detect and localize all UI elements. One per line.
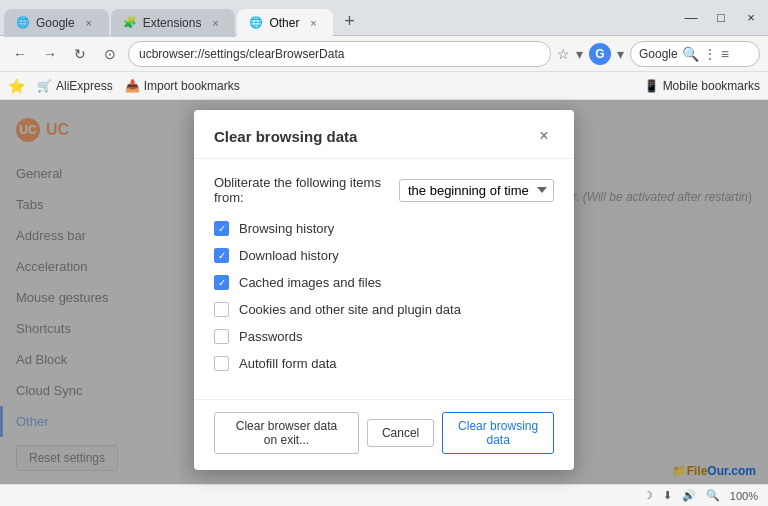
forward-button[interactable]: → — [38, 42, 62, 66]
checkbox-cookies: Cookies and other site and plugin data — [214, 302, 554, 317]
back-icon: ← — [13, 46, 27, 62]
minimize-button[interactable]: — — [678, 5, 704, 31]
checkbox-cached-images: ✓ Cached images and files — [214, 275, 554, 290]
aliexpress-label: AliExpress — [56, 79, 113, 93]
tab-bar: 🌐 Google × 🧩 Extensions × 🌐 Other × + — [4, 0, 670, 35]
tab-google-favicon: 🌐 — [16, 16, 30, 30]
autofill-checkbox[interactable] — [214, 356, 229, 371]
obliterate-label: Obliterate the following items from: — [214, 175, 391, 205]
moon-icon[interactable]: ☽ — [643, 489, 653, 502]
cookies-label: Cookies and other site and plugin data — [239, 302, 461, 317]
profile-dropdown-icon[interactable]: ▾ — [617, 46, 624, 62]
tab-other-close[interactable]: × — [305, 17, 321, 29]
address-text: ucbrowser://settings/clearBrowserData — [139, 47, 344, 61]
modal-title: Clear browsing data — [214, 128, 357, 145]
title-bar: 🌐 Google × 🧩 Extensions × 🌐 Other × + — … — [0, 0, 768, 36]
bookmark-aliexpress[interactable]: 🛒 AliExpress — [37, 79, 113, 93]
tab-extensions-label: Extensions — [143, 16, 202, 30]
search-box[interactable]: Google 🔍 ⋮ ≡ — [630, 41, 760, 67]
download-history-checkbox[interactable]: ✓ — [214, 248, 229, 263]
search-icon[interactable]: 🔍 — [682, 46, 699, 62]
modal-body: Obliterate the following items from: the… — [194, 159, 574, 399]
modal-close-button[interactable]: × — [534, 126, 554, 146]
modal-overlay: Clear browsing data × Obliterate the fol… — [0, 100, 768, 484]
mobile-bookmarks[interactable]: 📱 Mobile bookmarks — [644, 79, 760, 93]
reload-button[interactable]: ↻ — [68, 42, 92, 66]
modal-footer: Clear browser data on exit... Cancel Cle… — [194, 399, 574, 470]
close-button[interactable]: × — [738, 5, 764, 31]
import-icon: 📥 — [125, 79, 140, 93]
checkbox-passwords: Passwords — [214, 329, 554, 344]
tab-extensions[interactable]: 🧩 Extensions × — [111, 9, 236, 37]
reload-icon: ↻ — [74, 46, 86, 62]
tab-google-close[interactable]: × — [81, 17, 97, 29]
cached-images-checkbox[interactable]: ✓ — [214, 275, 229, 290]
tab-google[interactable]: 🌐 Google × — [4, 9, 109, 37]
profile-initial: G — [595, 47, 604, 61]
star-dropdown-icon[interactable]: ▾ — [576, 46, 583, 62]
window-controls: — □ × — [678, 5, 764, 31]
back-button[interactable]: ← — [8, 42, 32, 66]
bookmarks-bar: ⭐ 🛒 AliExpress 📥 Import bookmarks 📱 Mobi… — [0, 72, 768, 100]
history-icon: ⊙ — [104, 46, 116, 62]
passwords-label: Passwords — [239, 329, 303, 344]
zoom-level: 100% — [730, 490, 758, 502]
mobile-icon: 📱 — [644, 79, 659, 93]
tab-other-favicon: 🌐 — [249, 16, 263, 30]
tab-other[interactable]: 🌐 Other × — [237, 9, 333, 37]
forward-icon: → — [43, 46, 57, 62]
status-bar: ☽ ⬇ 🔊 🔍 100% — [0, 484, 768, 506]
aliexpress-icon: 🛒 — [37, 79, 52, 93]
passwords-checkbox[interactable] — [214, 329, 229, 344]
browsing-history-label: Browsing history — [239, 221, 334, 236]
modal-header: Clear browsing data × — [194, 110, 574, 159]
address-box[interactable]: ucbrowser://settings/clearBrowserData — [128, 41, 551, 67]
download-history-label: Download history — [239, 248, 339, 263]
tab-extensions-close[interactable]: × — [207, 17, 223, 29]
clear-browsing-data-button[interactable]: Clear browsing data — [442, 412, 554, 454]
checkbox-download-history: ✓ Download history — [214, 248, 554, 263]
cookies-checkbox[interactable] — [214, 302, 229, 317]
maximize-button[interactable]: □ — [708, 5, 734, 31]
obliterate-row: Obliterate the following items from: the… — [214, 175, 554, 205]
time-range-select[interactable]: the beginning of timethe past hourthe pa… — [399, 179, 554, 202]
bookmarks-star-icon: ⭐ — [8, 78, 25, 94]
sound-icon[interactable]: 🔊 — [682, 489, 696, 502]
history-button[interactable]: ⊙ — [98, 42, 122, 66]
status-icons: ☽ ⬇ 🔊 🔍 100% — [643, 489, 758, 502]
cached-images-label: Cached images and files — [239, 275, 381, 290]
tab-other-label: Other — [269, 16, 299, 30]
new-tab-button[interactable]: + — [335, 7, 363, 35]
star-icon[interactable]: ☆ — [557, 46, 570, 62]
zoom-status-icon[interactable]: 🔍 — [706, 489, 720, 502]
profile-badge[interactable]: G — [589, 43, 611, 65]
address-icons: ☆ ▾ G ▾ — [557, 43, 624, 65]
cancel-button[interactable]: Cancel — [367, 419, 434, 447]
autofill-label: Autofill form data — [239, 356, 337, 371]
address-bar-row: ← → ↻ ⊙ ucbrowser://settings/clearBrowse… — [0, 36, 768, 72]
tab-google-label: Google — [36, 16, 75, 30]
mobile-bookmarks-label: Mobile bookmarks — [663, 79, 760, 93]
download-icon[interactable]: ⬇ — [663, 489, 672, 502]
browsing-history-checkbox[interactable]: ✓ — [214, 221, 229, 236]
more-icon[interactable]: ≡ — [721, 46, 729, 62]
clear-on-exit-button[interactable]: Clear browser data on exit... — [214, 412, 359, 454]
search-box-text: Google — [639, 47, 678, 61]
bookmark-import[interactable]: 📥 Import bookmarks — [125, 79, 240, 93]
menu-icon[interactable]: ⋮ — [703, 46, 717, 62]
checkbox-autofill: Autofill form data — [214, 356, 554, 371]
tab-extensions-favicon: 🧩 — [123, 16, 137, 30]
checkbox-browsing-history: ✓ Browsing history — [214, 221, 554, 236]
import-label: Import bookmarks — [144, 79, 240, 93]
clear-browsing-data-modal: Clear browsing data × Obliterate the fol… — [194, 110, 574, 470]
